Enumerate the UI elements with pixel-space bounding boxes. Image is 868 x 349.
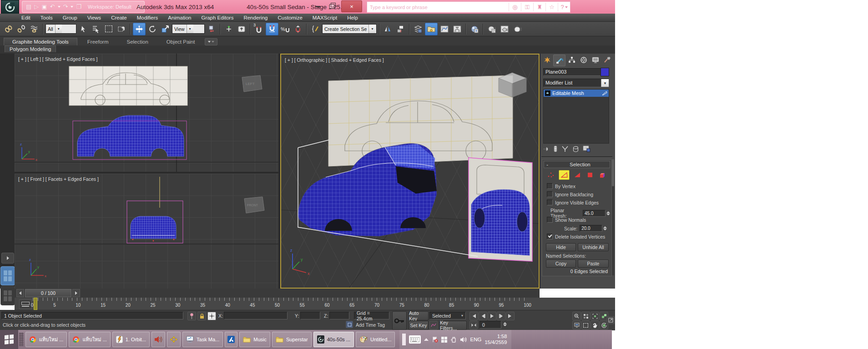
mirror-button[interactable] bbox=[382, 23, 394, 35]
subscription-key-icon[interactable]: ⚿ bbox=[521, 3, 533, 11]
reference-coordinate-dropdown[interactable]: View▾ bbox=[172, 24, 205, 34]
new-file-icon[interactable]: ▤ bbox=[26, 3, 31, 10]
configure-modifier-sets-icon[interactable] bbox=[583, 145, 590, 152]
key-mode-toggle-icon[interactable] bbox=[469, 321, 478, 329]
show-end-result-icon[interactable] bbox=[554, 145, 557, 152]
use-pivot-point-button[interactable] bbox=[206, 23, 217, 35]
open-mini-curve-editor-button[interactable] bbox=[19, 299, 32, 309]
taskbar-item-arrows-app[interactable] bbox=[167, 332, 181, 347]
selection-rollout-header[interactable]: - Selection bbox=[544, 161, 610, 168]
close-button[interactable]: × bbox=[341, 0, 362, 12]
paste-button[interactable]: Paste bbox=[578, 259, 609, 268]
ignore-visible-edges-checkbox[interactable] bbox=[547, 199, 553, 205]
action-center-flag-icon[interactable] bbox=[432, 336, 438, 343]
3dsmax-logo[interactable] bbox=[1, 0, 19, 14]
taskbar-item-music-folder[interactable]: Music bbox=[239, 332, 270, 347]
bind-to-space-warp-button[interactable] bbox=[28, 23, 40, 35]
taskbar-item-3dsmax-active[interactable]: 40s-50s ... bbox=[313, 332, 354, 347]
select-and-rotate-button[interactable] bbox=[146, 23, 158, 35]
field-of-view-icon[interactable] bbox=[572, 321, 581, 329]
taskbar-item-chrome-2[interactable]: แท็บใหม่ ... bbox=[69, 332, 110, 347]
rendered-frame-window-button[interactable] bbox=[499, 23, 510, 35]
next-frame-button[interactable] bbox=[72, 289, 80, 297]
project-folder-icon[interactable]: ❒ bbox=[76, 3, 81, 10]
keyboard-shortcut-override-button[interactable] bbox=[236, 23, 247, 35]
polygon-modeling-panel-tab[interactable]: Polygon Modeling bbox=[5, 45, 56, 52]
polygon-mode-button[interactable] bbox=[585, 170, 595, 179]
align-button[interactable] bbox=[395, 23, 407, 35]
timeline-ruler[interactable]: 0510152025303540455055606570758085909510… bbox=[33, 298, 546, 310]
undo-icon[interactable]: ↶ bbox=[50, 3, 55, 10]
current-frame-field[interactable]: 0 bbox=[479, 321, 501, 329]
motion-tab[interactable] bbox=[578, 55, 589, 65]
edit-named-selection-sets-button[interactable] bbox=[309, 23, 321, 35]
select-and-manipulate-button[interactable] bbox=[223, 23, 235, 35]
command-panel-scrollbar[interactable] bbox=[612, 159, 614, 275]
modifier-list-dropdown[interactable]: Modifier List▾ bbox=[543, 79, 609, 87]
play-animation-icon[interactable] bbox=[488, 312, 496, 320]
hierarchy-tab[interactable] bbox=[566, 55, 577, 65]
y-coordinate-field[interactable] bbox=[300, 312, 320, 319]
volume-tray-icon[interactable] bbox=[460, 337, 467, 343]
menu-item[interactable]: Help bbox=[342, 14, 363, 22]
rectangular-selection-region-button[interactable] bbox=[103, 23, 115, 35]
frame-spinner[interactable] bbox=[503, 321, 508, 328]
menu-item[interactable]: Create bbox=[106, 14, 132, 22]
mesh-car-body[interactable] bbox=[298, 144, 437, 236]
select-and-link-button[interactable] bbox=[3, 23, 15, 35]
hide-button[interactable]: Hide bbox=[546, 243, 576, 251]
viewport-left[interactable]: [ + ] [ Left ] [ Shaded + Edged Faces ] bbox=[15, 54, 278, 172]
unlink-selection-button[interactable] bbox=[15, 23, 27, 35]
taskbar-item-chrome-1[interactable]: แท็บใหม่ ... bbox=[25, 332, 67, 347]
current-frame-marker[interactable] bbox=[34, 298, 37, 310]
menu-item[interactable]: Rendering bbox=[238, 14, 273, 22]
key-mode-dropdown[interactable]: Selected▾ bbox=[429, 312, 466, 319]
tab-graphite-modeling-tools[interactable]: Graphite Modeling Tools bbox=[4, 38, 77, 45]
taskbar-item-winamp[interactable]: 1. Orbit... bbox=[112, 332, 150, 347]
face-mode-button[interactable] bbox=[572, 170, 582, 179]
named-selection-set-dropdown[interactable]: Create Selection Se▾ bbox=[322, 24, 377, 34]
save-file-icon[interactable]: ▣ bbox=[41, 3, 47, 10]
viewport-layout-tab-active[interactable] bbox=[0, 266, 15, 285]
add-time-tag-icon[interactable] bbox=[346, 321, 353, 328]
object-color-swatch[interactable] bbox=[601, 68, 609, 76]
next-frame-icon[interactable] bbox=[497, 312, 505, 320]
time-slider[interactable]: 0 / 100 bbox=[25, 289, 71, 297]
ribbon-minimize-button[interactable] bbox=[205, 38, 217, 45]
lock-selection-icon[interactable] bbox=[197, 312, 206, 320]
key-filters-button[interactable]: Key Filters... bbox=[439, 321, 467, 330]
viewport-front-label[interactable]: [ + ] [ Front ] [ Facets + Edged Faces ] bbox=[18, 176, 99, 182]
taskbar-item-task-manager[interactable]: Task Ma... bbox=[182, 332, 223, 347]
object-name-field[interactable]: Plane003 bbox=[543, 68, 601, 76]
taskbar-item-a-app[interactable] bbox=[225, 332, 237, 347]
set-key-button[interactable]: Set Key bbox=[409, 321, 429, 330]
scrollbar-thumb[interactable] bbox=[612, 159, 614, 186]
restore-button[interactable] bbox=[325, 1, 338, 11]
selection-lock-pin-icon[interactable] bbox=[187, 312, 196, 320]
language-indicator[interactable]: ENG bbox=[470, 337, 481, 342]
select-and-move-button[interactable] bbox=[133, 23, 146, 35]
z-coordinate-field[interactable] bbox=[329, 312, 349, 319]
vertex-mode-button[interactable] bbox=[546, 170, 556, 179]
taskbar-item-superstar-folder[interactable]: Superstar bbox=[272, 332, 312, 347]
viewport-left-label[interactable]: [ + ] [ Left ] [ Shaded + Edged Faces ] bbox=[18, 56, 98, 62]
undo-dropdown-icon[interactable] bbox=[58, 6, 61, 8]
unhide-all-button[interactable]: Unhide All bbox=[578, 243, 609, 251]
snaps-toggle-button[interactable]: 3 bbox=[253, 23, 265, 35]
zoom-icon[interactable] bbox=[572, 312, 581, 320]
graphite-modeling-ribbon-toggle-button[interactable] bbox=[425, 23, 438, 35]
minimize-button[interactable] bbox=[311, 1, 325, 11]
remove-modifier-icon[interactable] bbox=[573, 146, 579, 152]
window-crossing-toggle-button[interactable] bbox=[116, 23, 127, 35]
planar-thresh-spinner[interactable] bbox=[606, 210, 611, 217]
edge-mode-button-active[interactable] bbox=[559, 170, 570, 180]
element-mode-button[interactable] bbox=[598, 170, 608, 179]
go-to-end-icon[interactable] bbox=[506, 312, 515, 320]
favorites-star-icon[interactable]: ☆ bbox=[545, 3, 558, 11]
utilities-tab[interactable] bbox=[601, 55, 613, 65]
menu-item[interactable]: Graph Editors bbox=[196, 14, 238, 22]
power-plug-icon[interactable] bbox=[450, 337, 457, 343]
menu-item[interactable]: Views bbox=[82, 14, 106, 22]
menu-item[interactable]: Customize bbox=[273, 14, 307, 22]
windows-update-tray-icon[interactable] bbox=[441, 337, 447, 343]
